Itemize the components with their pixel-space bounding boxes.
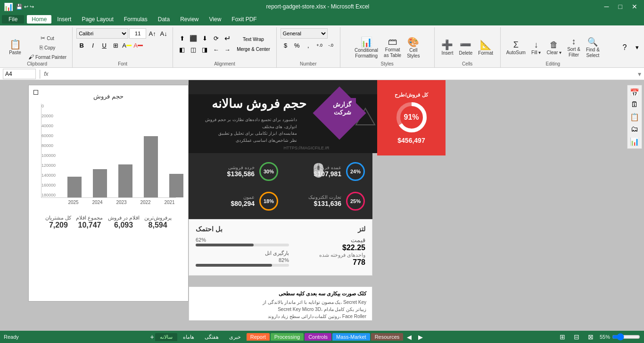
fill-btn[interactable]: ↓ Fill ▾	[529, 39, 543, 56]
sheet-next-btn[interactable]: ▶	[415, 332, 426, 342]
sheet-tab-massmarket[interactable]: Mass-Market	[332, 333, 370, 341]
checkbox[interactable]	[33, 90, 38, 95]
sheet-tab-haftegi[interactable]: هفتگی	[200, 333, 223, 341]
underline-btn[interactable]: U	[99, 40, 109, 50]
autosum-btn[interactable]: Σ AutoSum	[504, 39, 528, 56]
dec-dec-btn[interactable]: -.0	[326, 40, 336, 50]
align-center-btn[interactable]: ◫	[188, 45, 198, 55]
insert-cells-btn[interactable]: ➕ Insert	[439, 38, 455, 57]
font-size-input[interactable]	[129, 28, 146, 39]
cell-styles-btn[interactable]: 🎨 CellStyles	[405, 35, 421, 60]
minimize-btn[interactable]: ─	[602, 3, 612, 10]
ribbon-clipboard: 📋 Paste ✂ Cut ⎘ Copy 🖌 Format Painter	[2, 27, 73, 67]
find-select-btn[interactable]: 🔍 Find &Select	[584, 36, 602, 59]
font-name-select[interactable]: Calibri	[76, 28, 128, 39]
sheet-tab-khabari[interactable]: خبری	[224, 333, 246, 341]
percent-btn[interactable]: %	[292, 40, 302, 50]
formula-input[interactable]	[51, 69, 635, 79]
font-color-icon: A	[133, 42, 138, 49]
maximize-btn[interactable]: □	[616, 3, 625, 10]
spreadsheet-area[interactable]: حجم فروش 180000 160000 140000 120000 100…	[0, 80, 644, 320]
menu-file[interactable]: File	[2, 15, 24, 24]
view-layout-btn[interactable]: ⊟	[571, 332, 582, 342]
sheet-tab-report[interactable]: Report	[247, 333, 270, 341]
format-cells-label: Format	[478, 50, 493, 56]
ribbon-cells: ➕ Insert ➖ Delete 📐 Format Cells	[435, 27, 501, 67]
dec-inc-btn[interactable]: +.0	[314, 40, 325, 50]
format-table-btn[interactable]: 🗃 Formatas Table	[382, 35, 403, 59]
currency-btn[interactable]: $	[281, 40, 291, 50]
metric-general: 18% عمون $80,294	[196, 188, 278, 213]
menu-home[interactable]: Home	[27, 15, 51, 24]
sheet-tab-processing[interactable]: Processing	[271, 333, 304, 341]
format-painter-btn[interactable]: 🖌 Format Painter	[26, 53, 68, 61]
menu-data[interactable]: Data	[153, 15, 174, 24]
copy-btn[interactable]: ⎘ Copy	[26, 43, 68, 52]
align-left-btn[interactable]: ◧	[177, 45, 187, 55]
wrap-text-btn[interactable]: ↵	[222, 33, 232, 44]
menu-page-layout[interactable]: Page Layout	[77, 15, 118, 24]
ribbon-expand-btn[interactable]: ▾	[632, 42, 642, 53]
autosum-label: AutoSum	[506, 50, 526, 55]
view-normal-btn[interactable]: ⊞	[557, 332, 568, 342]
align-right-btn[interactable]: ◨	[199, 45, 210, 55]
help-btn[interactable]: ?	[619, 42, 630, 53]
paste-btn[interactable]: 📋 Paste	[6, 33, 25, 62]
menu-formulas[interactable]: Formulas	[119, 15, 152, 24]
fill-label: Fill ▾	[531, 50, 541, 55]
menu-insert[interactable]: Insert	[52, 15, 76, 24]
clear-btn[interactable]: 🗑 Clear ▾	[545, 39, 563, 56]
align-middle-btn[interactable]: ⬛	[188, 33, 198, 44]
comma-btn[interactable]: ,	[303, 40, 314, 50]
align-top-btn[interactable]: ⬆	[177, 33, 187, 44]
font-grow-btn[interactable]: A↑	[147, 28, 157, 39]
add-sheet-btn[interactable]: +	[150, 333, 154, 341]
number-format-select[interactable]: General	[281, 28, 328, 39]
sheet-tab-maah[interactable]: هاماه	[178, 333, 199, 341]
align-bottom-btn[interactable]: ⬇	[199, 33, 210, 44]
scroll-icon-5[interactable]: 📊	[629, 136, 640, 147]
italic-btn[interactable]: I	[88, 40, 98, 50]
font-color-btn[interactable]: A	[133, 40, 143, 50]
menu-foxit[interactable]: Foxit PDF	[227, 15, 261, 24]
donut-chart: 91%	[395, 101, 428, 134]
metric-ecommerce-value: $131,636	[308, 200, 341, 207]
stat-sold: اقلام در فروش 6,093	[108, 215, 140, 229]
conditional-formatting-btn[interactable]: 📊 ConditionalFormatting	[353, 35, 380, 60]
progress-bars-section: 62% بارگیری انل 82%	[196, 237, 289, 267]
sheet-tab-saalane[interactable]: سالانه	[155, 333, 177, 341]
bar-label-1: 62%	[196, 237, 289, 243]
cut-btn[interactable]: ✂ Cut	[26, 34, 68, 42]
font-label: Font	[73, 61, 173, 66]
sheet-prev-btn[interactable]: ◀	[404, 332, 414, 342]
scroll-icon-4[interactable]: 🗂	[629, 124, 640, 134]
product-row1: قیمت $22.25 واحدهای فروخته شده 778 62%	[196, 237, 365, 267]
menu-view[interactable]: View	[205, 15, 226, 24]
indent-more-btn[interactable]: →	[222, 45, 232, 55]
format-cells-btn[interactable]: 📐 Format	[476, 38, 495, 57]
indent-less-btn[interactable]: ←	[211, 45, 221, 55]
view-page-btn[interactable]: ⊠	[586, 332, 596, 342]
scroll-icon-1[interactable]: 📅	[629, 87, 640, 98]
delete-cells-btn[interactable]: ➖ Delete	[457, 38, 474, 57]
menu-review[interactable]: Review	[175, 15, 203, 24]
sheet-tab-resources[interactable]: Resources	[371, 333, 404, 341]
formula-expand-btn[interactable]: ▾	[638, 70, 641, 78]
font-row1: Calibri A↑ A↓	[76, 28, 169, 39]
metric-retail-value: $136,586	[227, 170, 255, 178]
bold-btn[interactable]: B	[76, 40, 87, 50]
border-btn[interactable]: ⊞	[110, 40, 121, 50]
font-shrink-btn[interactable]: A↓	[158, 28, 169, 39]
merge-center-btn[interactable]: Merge & Center	[234, 45, 272, 53]
close-btn[interactable]: ✕	[629, 3, 640, 10]
zoom-slider[interactable]	[612, 333, 640, 341]
cell-reference[interactable]: A4	[3, 69, 36, 79]
sort-filter-btn[interactable]: ↕ Sort &Filter	[565, 36, 582, 59]
scroll-icon-2[interactable]: 🗓	[629, 99, 640, 110]
bar-2021-rect	[169, 174, 183, 197]
scroll-icon-3[interactable]: 📋	[629, 112, 640, 122]
orientation-btn[interactable]: ⟳	[211, 33, 221, 44]
wrap-text-label-btn[interactable]: Text Wrap	[234, 35, 272, 43]
fill-color-btn[interactable]: A	[122, 40, 132, 50]
sheet-tab-controls[interactable]: Controls	[305, 333, 331, 341]
